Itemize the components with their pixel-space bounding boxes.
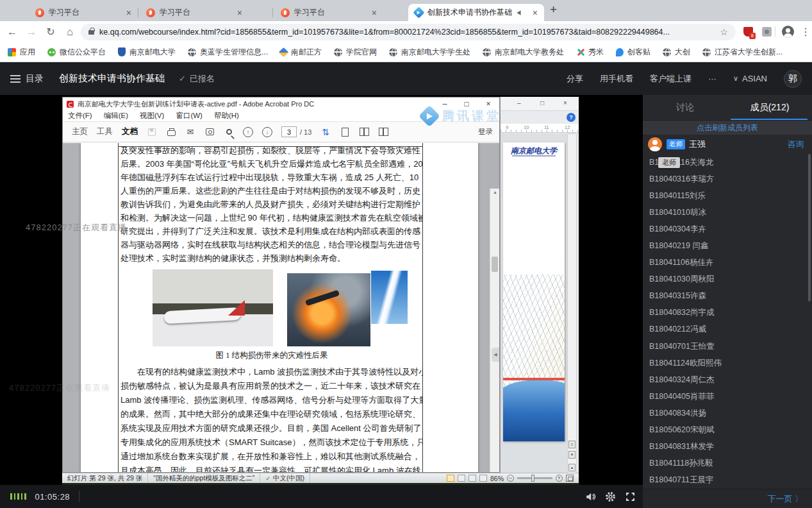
- tab-members[interactable]: 成员(212): [727, 95, 812, 120]
- menu-help[interactable]: 帮助(H): [214, 111, 239, 121]
- zoom-in-icon[interactable]: +: [556, 475, 563, 482]
- member-row[interactable]: B18040711王晨宇: [643, 472, 812, 489]
- language-status[interactable]: ✓ 中文(中国): [260, 473, 310, 483]
- zoom-level[interactable]: 86%: [490, 475, 504, 482]
- browser-tab-active[interactable]: 创新技术申请书协作基础 ×: [408, 4, 544, 21]
- more-button[interactable]: ···: [708, 74, 717, 83]
- pdf-document-area[interactable]: 及突发性事故的影响，容易引起损伤，如裂纹、脱层等，严重情况下会导致灾难性后果。2…: [63, 143, 499, 473]
- bookmark-xiumi[interactable]: 秀米: [576, 47, 604, 58]
- member-row[interactable]: B18040219 闫鑫: [643, 237, 812, 254]
- minimize-icon[interactable]: –: [434, 99, 456, 108]
- bookmark-star-icon[interactable]: ☆: [720, 27, 728, 37]
- save-icon[interactable]: [147, 127, 157, 137]
- reading-view-icon[interactable]: [468, 475, 476, 482]
- member-row[interactable]: B18041106杨佳卉: [643, 255, 812, 271]
- watch-on-phone-button[interactable]: 用手机看: [600, 73, 633, 85]
- tab-close-icon[interactable]: ×: [126, 8, 131, 17]
- share-button[interactable]: 分享: [567, 73, 583, 85]
- slide-sorter-icon[interactable]: [458, 475, 465, 482]
- help-icon[interactable]: ?: [567, 113, 576, 122]
- previous-slide-icon[interactable]: ▲: [568, 464, 576, 471]
- member-row[interactable]: B18040115刘乐: [643, 187, 812, 204]
- bookmark-college[interactable]: 学院官网: [334, 47, 377, 58]
- live-video-area[interactable]: 南京邮电大学大学生创新训练计划申请表-active.pdf - Adobe Ac…: [0, 95, 643, 485]
- bookmark-wechat[interactable]: 微信公众平台: [47, 47, 106, 58]
- member-row[interactable]: B18040304李卉: [643, 221, 812, 237]
- tab-close-icon[interactable]: ×: [533, 8, 538, 17]
- bookmark-zhengfang[interactable]: 南邮正方: [280, 47, 322, 58]
- close-icon[interactable]: ×: [477, 99, 499, 108]
- book-view-icon[interactable]: [378, 127, 388, 137]
- browser-tab-3[interactable]: 学习平台 ×: [274, 4, 383, 21]
- signin-link[interactable]: 登录: [478, 127, 493, 137]
- bookmark-academic-office[interactable]: 南京邮电大学教务处: [483, 47, 564, 58]
- back-icon[interactable]: ←: [3, 26, 22, 38]
- bookmark-dachuang[interactable]: 大创: [663, 47, 690, 58]
- volume-icon[interactable]: [583, 489, 597, 504]
- maximize-icon[interactable]: □: [540, 99, 544, 106]
- mail-icon[interactable]: ✉: [185, 127, 195, 137]
- member-row[interactable]: B18041118孙兆毅: [643, 455, 812, 472]
- forward-icon[interactable]: →: [22, 26, 41, 38]
- browser-profile-avatar[interactable]: [782, 26, 794, 38]
- pdf-scroll-thumb[interactable]: [492, 257, 498, 272]
- members-list[interactable]: 老师 王强 咨询 B18040116关海龙 老师 B18040316李瑞方 B1…: [643, 135, 812, 489]
- panel-collapse-arrow[interactable]: ◀: [492, 348, 499, 362]
- bookmark-student-office[interactable]: 南京邮电大学学生处: [389, 47, 470, 58]
- menu-view[interactable]: 视图(V): [140, 111, 164, 121]
- search-icon[interactable]: [224, 127, 234, 137]
- tab-close-icon[interactable]: ×: [237, 8, 242, 17]
- bookmark-aolan[interactable]: 奥蓝学生管理信息...: [188, 47, 268, 58]
- member-row[interactable]: B18041010胡冰: [643, 204, 812, 221]
- bookmark-apps[interactable]: 应用: [8, 47, 35, 58]
- pdf-scrollbar[interactable]: ▲ ▼: [490, 189, 499, 473]
- tab-audio-icon[interactable]: [517, 9, 524, 17]
- reload-icon[interactable]: ↻: [41, 26, 60, 38]
- menu-icon[interactable]: [10, 75, 21, 83]
- zoom-slider-thumb[interactable]: [531, 475, 534, 482]
- previous-page-icon[interactable]: ↑: [243, 127, 253, 137]
- member-row[interactable]: B18050620宋朝斌: [643, 422, 812, 439]
- browser-tab-1[interactable]: 学习平台 ×: [29, 4, 138, 21]
- fullscreen-icon[interactable]: [623, 489, 637, 504]
- minimize-icon[interactable]: –: [517, 99, 521, 106]
- close-icon[interactable]: ×: [563, 99, 567, 106]
- scroll-up-icon[interactable]: ▲: [490, 190, 499, 194]
- fit-to-window-icon[interactable]: [566, 475, 574, 482]
- bookmark-chuangketie[interactable]: 创客贴: [616, 47, 650, 58]
- member-row[interactable]: B18040405肖菲菲: [643, 388, 812, 405]
- zoom-slider[interactable]: [517, 477, 552, 479]
- scroll-down-icon[interactable]: ▼: [568, 451, 576, 459]
- page-number-input[interactable]: 3: [281, 126, 297, 137]
- bookmark-jiangsu-innovation[interactable]: 江苏省大学生创新...: [702, 47, 783, 58]
- normal-view-icon[interactable]: [447, 475, 454, 482]
- catalog-button[interactable]: 目录: [26, 73, 44, 85]
- user-avatar[interactable]: 郭: [784, 70, 802, 88]
- tab-discussion[interactable]: 讨论: [643, 95, 727, 120]
- menu-edit[interactable]: 编辑(E): [104, 111, 128, 121]
- client-class-button[interactable]: 客户端上课: [650, 73, 692, 85]
- browser-menu-icon[interactable]: ⋮: [796, 26, 812, 38]
- extension-icon[interactable]: [762, 27, 772, 37]
- tab-home[interactable]: 主页: [72, 126, 88, 137]
- maximize-icon[interactable]: □: [456, 99, 477, 108]
- print-icon[interactable]: [166, 127, 176, 137]
- member-row[interactable]: B18041124欧阳熙伟: [643, 355, 812, 371]
- member-row[interactable]: B18040832尚宇成: [643, 305, 812, 321]
- two-page-icon[interactable]: [359, 127, 369, 137]
- member-row[interactable]: B18040834洪扬: [643, 405, 812, 421]
- next-page-link[interactable]: 下一页 〉: [767, 493, 803, 505]
- single-page-icon[interactable]: [340, 127, 350, 137]
- member-row[interactable]: B18040701王怡萱: [643, 338, 812, 355]
- new-tab-button[interactable]: +: [550, 3, 557, 17]
- browser-tab-2[interactable]: 学习平台 ×: [140, 4, 249, 21]
- member-row[interactable]: B18040831林发学: [643, 439, 812, 455]
- next-page-icon[interactable]: ↓: [262, 127, 272, 137]
- consult-link[interactable]: 咨询: [788, 139, 804, 150]
- user-menu[interactable]: ∨ ASIAN: [733, 74, 767, 83]
- snapshot-icon[interactable]: [204, 127, 215, 137]
- ppt-scroll-thumb[interactable]: ≡: [568, 441, 576, 448]
- address-bar[interactable]: ke.qq.com/webcourse/index.html?cid=18568…: [81, 24, 736, 40]
- ppt-titlebar[interactable]: – □ ×: [501, 97, 579, 111]
- tab-tools[interactable]: 工具: [97, 126, 113, 137]
